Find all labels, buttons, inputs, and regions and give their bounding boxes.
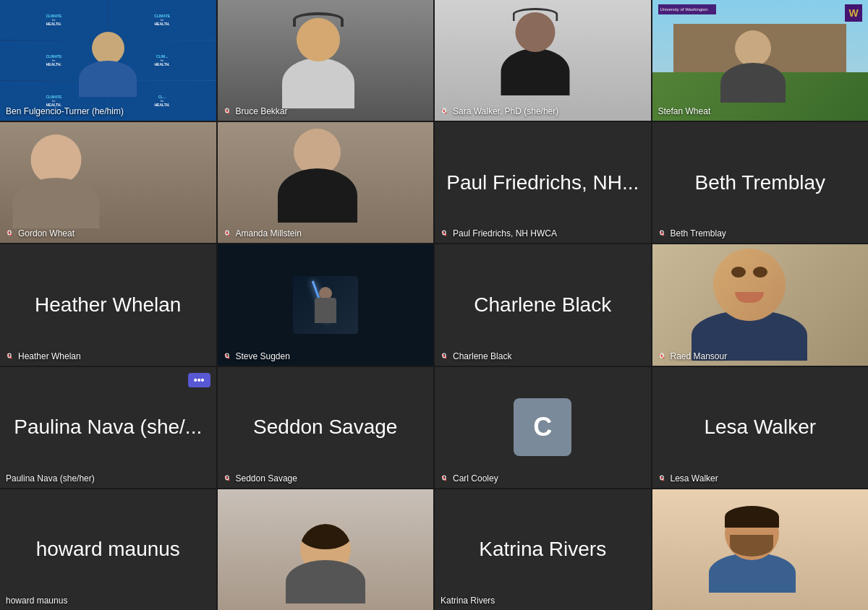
participant-label-paul: Paul Friedrichs, NH HWCA — [441, 228, 557, 239]
mic-muted-icon-steve — [224, 353, 231, 360]
mic-muted-icon — [224, 108, 231, 115]
uw-banner: University of Washington — [658, 4, 716, 14]
participant-name-lesa: Lesa Walker — [671, 473, 718, 484]
participant-label-heather: Heather Whelan — [6, 351, 81, 361]
participant-label-ben: Ben Fulgencio-Turner (he/him) — [6, 106, 124, 116]
uw-logo: W — [845, 4, 862, 22]
mic-muted-icon-sara — [441, 108, 448, 115]
participant-cell-ben[interactable]: CLIMATE for HEALTH. CLIMATE for HEALTH. … — [0, 0, 216, 121]
participant-display-lesa: Lesa Walker — [697, 408, 823, 446]
participant-name-amanda: Amanda Millstein — [236, 228, 302, 239]
participant-display-seddon: Seddon Savage — [246, 408, 404, 446]
participant-display-howard: howard maunus — [29, 530, 187, 568]
participant-label-bruce: Bruce Bekkar — [224, 106, 288, 116]
participant-label-paulina: Paulina Nava (she/her) — [6, 473, 95, 484]
participant-name-paul: Paul Friedrichs, NH HWCA — [453, 228, 557, 239]
mic-muted-icon-seddon — [224, 475, 231, 482]
mic-muted-icon-raed — [658, 353, 665, 360]
participant-cell-heather: Heather Whelan Heather Whelan — [0, 244, 216, 365]
participant-label-lesa: Lesa Walker — [658, 473, 718, 484]
participant-name-sara: Sara Walker, PhD (she/her) — [453, 106, 558, 116]
participant-label-seddon: Seddon Savage — [224, 473, 297, 484]
video-grid: CLIMATE for HEALTH. CLIMATE for HEALTH. … — [0, 0, 868, 610]
participant-cell-unknown2[interactable] — [652, 489, 869, 610]
participant-name-beth: Beth Tremblay — [671, 228, 726, 239]
participant-label-gordon: Gordon Wheat — [6, 228, 75, 239]
participant-name-steve: Steve Sugden — [236, 351, 290, 361]
participant-cell-unknown1[interactable] — [218, 489, 434, 610]
participant-cell-bruce[interactable]: Bruce Bekkar — [218, 0, 434, 121]
participant-label-raed: Raed Mansour — [658, 351, 728, 361]
participant-label-amanda: Amanda Millstein — [224, 228, 302, 239]
participant-cell-gordon[interactable]: Gordon Wheat — [0, 122, 216, 243]
participant-cell-seddon: Seddon Savage Seddon Savage — [218, 367, 434, 488]
participant-display-beth: Beth Tremblay — [687, 164, 833, 202]
participant-cell-beth: Beth Tremblay Beth Tremblay — [652, 122, 869, 243]
participant-display-paulina: Paulina Nava (she/... — [7, 408, 209, 446]
participant-label-sara: Sara Walker, PhD (she/her) — [441, 106, 558, 116]
participant-cell-sara[interactable]: Sara Walker, PhD (she/her) — [435, 0, 651, 121]
mic-muted-icon-paul — [441, 230, 448, 237]
participant-cell-steve[interactable]: Steve Sugden — [218, 244, 434, 365]
participant-name-seddon: Seddon Savage — [236, 473, 297, 484]
participant-name-gordon: Gordon Wheat — [18, 228, 75, 239]
participant-cell-howard: howard maunus howard maunus — [0, 489, 216, 610]
participant-avatar-carl: C — [514, 398, 571, 456]
participant-display-heather: Heather Whelan — [27, 286, 188, 324]
mic-muted-icon-charlene — [441, 353, 448, 360]
participant-name-howard: howard maunus — [6, 596, 67, 606]
participant-name-katrina: Katrina Rivers — [441, 596, 495, 606]
participant-cell-lesa: Lesa Walker Lesa Walker — [652, 367, 869, 488]
participant-cell-katrina: Katrina Rivers Katrina Rivers — [435, 489, 651, 610]
participant-cell-charlene: Charlene Black Charlene Black — [435, 244, 651, 365]
participant-name-stefan: Stefan Wheat — [658, 106, 711, 116]
participant-name-carl: Carl Cooley — [453, 473, 498, 484]
mic-muted-icon-carl — [441, 475, 448, 482]
participant-cell-raed[interactable]: Raed Mansour — [652, 244, 869, 365]
participant-cell-amanda[interactable]: Amanda Millstein — [218, 122, 434, 243]
participant-name-ben: Ben Fulgencio-Turner (he/him) — [6, 106, 124, 116]
mic-muted-icon-amanda — [224, 230, 231, 237]
participant-cell-paulina: ••• Paulina Nava (she/... Paulina Nava (… — [0, 367, 216, 488]
mic-muted-icon-lesa — [658, 475, 665, 482]
participant-label-beth: Beth Tremblay — [658, 228, 726, 239]
participant-label-carl: Carl Cooley — [441, 473, 498, 484]
participant-label-steve: Steve Sugden — [224, 351, 290, 361]
participant-display-charlene: Charlene Black — [467, 286, 618, 324]
participant-label-howard: howard maunus — [6, 596, 67, 606]
participant-name-heather: Heather Whelan — [18, 351, 81, 361]
participant-name-charlene: Charlene Black — [453, 351, 511, 361]
participant-name-paulina: Paulina Nava (she/her) — [6, 473, 95, 484]
participant-label-charlene: Charlene Black — [441, 351, 511, 361]
participant-label-stefan: Stefan Wheat — [658, 106, 711, 116]
participant-name-bruce: Bruce Bekkar — [236, 106, 288, 116]
participant-label-katrina: Katrina Rivers — [441, 596, 495, 606]
participant-display-paul: Paul Friedrichs, NH... — [439, 164, 646, 202]
participant-cell-carl: C Carl Cooley — [435, 367, 651, 488]
more-options-btn[interactable]: ••• — [188, 373, 210, 387]
participant-cell-stefan[interactable]: University of Washington W Stefan Wheat — [652, 0, 869, 121]
mic-muted-icon-gordon — [6, 230, 13, 237]
mic-muted-icon-heather — [6, 353, 13, 360]
participant-display-katrina: Katrina Rivers — [472, 530, 613, 568]
mic-muted-icon-beth — [658, 230, 665, 237]
participant-name-raed: Raed Mansour — [671, 351, 728, 361]
participant-cell-paul: Paul Friedrichs, NH... Paul Friedrichs, … — [435, 122, 651, 243]
